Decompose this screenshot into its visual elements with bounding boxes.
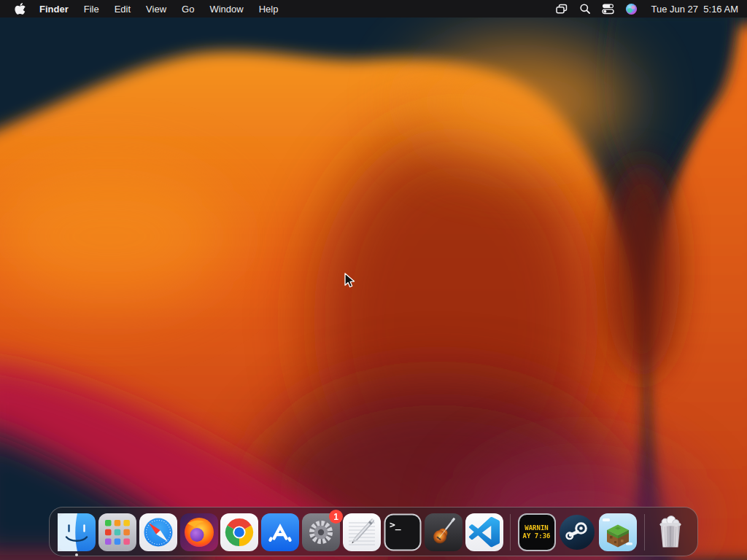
menu-help[interactable]: Help bbox=[259, 4, 279, 15]
windows-icon[interactable] bbox=[555, 3, 568, 15]
dock-divider bbox=[638, 513, 650, 551]
menu-items: Finder File Edit View Go Window Help bbox=[39, 4, 278, 15]
app-store-icon bbox=[261, 513, 299, 551]
spotlight-search-icon[interactable] bbox=[579, 3, 591, 15]
warning-display-line2: AY 7:36 bbox=[523, 532, 551, 540]
menu-finder[interactable]: Finder bbox=[39, 4, 69, 15]
dock: 1 bbox=[49, 507, 698, 556]
terminal-prompt-glyph: >_ bbox=[390, 519, 401, 531]
dock-item-finder[interactable] bbox=[56, 513, 97, 551]
textedit-icon bbox=[343, 513, 381, 551]
finder-running-indicator bbox=[75, 553, 78, 556]
dock-item-chrome[interactable] bbox=[220, 513, 260, 551]
firefox-icon bbox=[180, 513, 218, 551]
apple-menu[interactable] bbox=[15, 3, 26, 15]
safari-icon bbox=[139, 513, 177, 551]
vscode-icon bbox=[465, 513, 503, 551]
menu-bar: Finder File Edit View Go Window Help bbox=[0, 0, 747, 18]
menu-go[interactable]: Go bbox=[182, 4, 194, 15]
menu-edit[interactable]: Edit bbox=[115, 4, 131, 15]
launchpad-icon bbox=[98, 513, 136, 551]
control-center-icon[interactable] bbox=[602, 3, 614, 15]
chrome-icon bbox=[220, 513, 258, 551]
steam-icon bbox=[558, 513, 596, 551]
dock-item-trash[interactable] bbox=[650, 513, 691, 551]
menu-bar-status-area: Tue Jun 27 5:16 AM bbox=[555, 3, 747, 15]
warning-display-line1: WARNIN bbox=[525, 524, 549, 532]
desktop-wallpaper[interactable] bbox=[0, 18, 747, 560]
menu-file[interactable]: File bbox=[84, 4, 99, 15]
minecraft-icon bbox=[599, 513, 637, 551]
menu-view[interactable]: View bbox=[146, 4, 166, 15]
dock-item-minecraft[interactable] bbox=[597, 513, 638, 551]
dock-item-system-settings[interactable]: 1 bbox=[301, 513, 341, 551]
trash-full-icon bbox=[651, 513, 689, 551]
dock-item-warning-display[interactable]: WARNIN AY 7:36 bbox=[516, 513, 557, 551]
dock-item-launchpad[interactable] bbox=[97, 513, 138, 551]
apple-icon bbox=[15, 3, 26, 15]
dock-item-firefox[interactable] bbox=[179, 513, 220, 551]
dock-item-vscode[interactable] bbox=[464, 513, 505, 551]
dock-item-textedit[interactable] bbox=[341, 513, 382, 551]
dock-item-garageband[interactable] bbox=[423, 513, 464, 551]
settings-notification-badge: 1 bbox=[329, 510, 343, 524]
dock-item-app-store[interactable] bbox=[260, 513, 301, 551]
finder-icon bbox=[58, 513, 96, 551]
garageband-icon bbox=[425, 513, 462, 551]
menu-bar-clock[interactable]: Tue Jun 27 5:16 AM bbox=[651, 4, 738, 15]
dock-item-safari[interactable] bbox=[138, 513, 179, 551]
dock-item-terminal[interactable]: >_ bbox=[382, 513, 423, 551]
menu-window[interactable]: Window bbox=[209, 4, 243, 15]
terminal-icon: >_ bbox=[384, 513, 422, 551]
dock-divider bbox=[505, 513, 516, 551]
siri-icon[interactable] bbox=[625, 3, 638, 15]
warning-display-icon: WARNIN AY 7:36 bbox=[518, 513, 556, 551]
mouse-cursor bbox=[344, 273, 355, 289]
dock-item-steam[interactable] bbox=[557, 513, 597, 551]
